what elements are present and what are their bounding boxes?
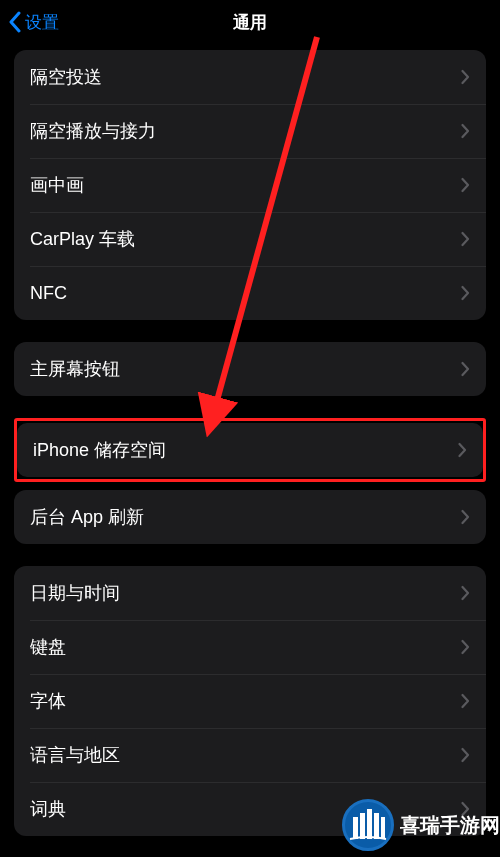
item-fonts[interactable]: 字体 xyxy=(14,674,486,728)
chevron-right-icon xyxy=(461,285,470,301)
settings-group-3: 后台 App 刷新 xyxy=(14,490,486,544)
watermark: 喜瑞手游网 xyxy=(342,799,500,851)
item-label: 词典 xyxy=(30,797,66,821)
chevron-right-icon xyxy=(458,442,467,458)
item-carplay[interactable]: CarPlay 车载 xyxy=(14,212,486,266)
svg-rect-5 xyxy=(374,813,379,839)
settings-group-2: 主屏幕按钮 xyxy=(14,342,486,396)
item-airdrop[interactable]: 隔空投送 xyxy=(14,50,486,104)
chevron-right-icon xyxy=(461,509,470,525)
svg-rect-3 xyxy=(360,813,365,839)
svg-rect-2 xyxy=(353,817,358,839)
item-label: 隔空播放与接力 xyxy=(30,119,156,143)
chevron-right-icon xyxy=(461,585,470,601)
watermark-text: 喜瑞手游网 xyxy=(400,812,500,839)
chevron-right-icon xyxy=(461,361,470,377)
svg-rect-4 xyxy=(367,809,372,839)
highlight-annotation: iPhone 储存空间 xyxy=(14,418,486,482)
item-label: 日期与时间 xyxy=(30,581,120,605)
item-airplay-handoff[interactable]: 隔空播放与接力 xyxy=(14,104,486,158)
item-label: 主屏幕按钮 xyxy=(30,357,120,381)
item-label: CarPlay 车载 xyxy=(30,227,135,251)
chevron-right-icon xyxy=(461,639,470,655)
item-date-time[interactable]: 日期与时间 xyxy=(14,566,486,620)
back-button[interactable]: 设置 xyxy=(8,11,59,34)
item-label: 语言与地区 xyxy=(30,743,120,767)
item-label: 后台 App 刷新 xyxy=(30,505,144,529)
content: 隔空投送 隔空播放与接力 画中画 CarPlay 车载 NFC xyxy=(0,50,500,836)
item-language-region[interactable]: 语言与地区 xyxy=(14,728,486,782)
navigation-header: 设置 通用 xyxy=(0,0,500,44)
item-label: 隔空投送 xyxy=(30,65,102,89)
back-label: 设置 xyxy=(25,11,59,34)
settings-group-4: 日期与时间 键盘 字体 语言与地区 词典 xyxy=(14,566,486,836)
item-label: NFC xyxy=(30,283,67,304)
chevron-right-icon xyxy=(461,231,470,247)
item-iphone-storage[interactable]: iPhone 储存空间 xyxy=(17,423,483,477)
chevron-right-icon xyxy=(461,123,470,139)
item-picture-in-picture[interactable]: 画中画 xyxy=(14,158,486,212)
item-keyboard[interactable]: 键盘 xyxy=(14,620,486,674)
item-background-app-refresh[interactable]: 后台 App 刷新 xyxy=(14,490,486,544)
svg-rect-6 xyxy=(381,817,385,839)
chevron-right-icon xyxy=(461,69,470,85)
chevron-right-icon xyxy=(461,693,470,709)
chevron-left-icon xyxy=(8,11,21,33)
item-nfc[interactable]: NFC xyxy=(14,266,486,320)
item-label: 画中画 xyxy=(30,173,84,197)
chevron-right-icon xyxy=(461,747,470,763)
chevron-right-icon xyxy=(461,177,470,193)
item-label: iPhone 储存空间 xyxy=(33,438,166,462)
item-label: 字体 xyxy=(30,689,66,713)
item-label: 键盘 xyxy=(30,635,66,659)
watermark-logo-icon xyxy=(342,799,394,851)
page-title: 通用 xyxy=(233,11,267,34)
settings-group-1: 隔空投送 隔空播放与接力 画中画 CarPlay 车载 NFC xyxy=(14,50,486,320)
item-home-button[interactable]: 主屏幕按钮 xyxy=(14,342,486,396)
